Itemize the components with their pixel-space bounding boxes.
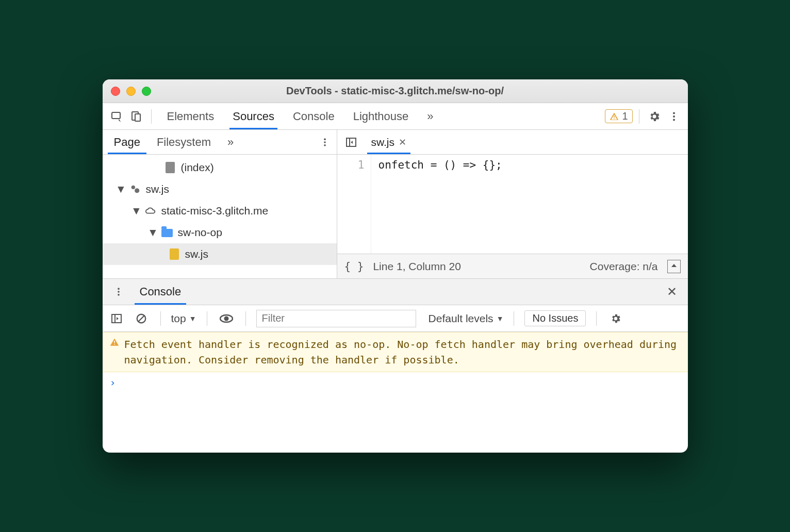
tab-sources[interactable]: Sources <box>223 103 284 129</box>
log-levels-selector[interactable]: Default levels ▼ <box>429 312 504 325</box>
chevron-down-icon: ▼ <box>497 314 504 323</box>
context-selector[interactable]: top ▼ <box>171 312 196 325</box>
warning-text: Fetch event handler is recognized as no-… <box>124 337 681 368</box>
subtab-filesystem[interactable]: Filesystem <box>149 130 219 154</box>
drawer-tab-console[interactable]: Console <box>135 279 187 305</box>
code-editor-pane: 1 onfetch = () => {}; { } Line 1, Column… <box>337 155 688 278</box>
minimize-window-button[interactable] <box>126 87 136 96</box>
expand-editor-icon[interactable] <box>667 260 681 273</box>
file-tree[interactable]: (index) ▼ sw.js ▼ static-misc-3.glitch.m… <box>103 155 337 278</box>
svg-point-14 <box>135 188 139 193</box>
close-tab-icon[interactable]: ✕ <box>399 137 406 148</box>
sources-subpanel: Page Filesystem » sw.js ✕ <box>103 130 688 155</box>
svg-point-7 <box>672 119 674 121</box>
svg-line-21 <box>138 315 144 321</box>
chevron-down-icon: ▼ <box>189 314 196 323</box>
pretty-print-icon[interactable]: { } <box>344 260 364 273</box>
panel-tabs: Elements Sources Console Lighthouse » <box>158 103 443 129</box>
svg-rect-3 <box>614 115 615 118</box>
gears-icon <box>129 184 141 195</box>
main-toolbar: Elements Sources Console Lighthouse » 1 <box>103 103 688 130</box>
console-body: Fetch event handler is recognized as no-… <box>103 332 688 453</box>
line-number: 1 <box>337 159 365 171</box>
svg-point-13 <box>131 186 135 189</box>
tree-label: sw-no-op <box>178 226 222 239</box>
divider <box>151 109 152 124</box>
svg-point-6 <box>672 115 674 117</box>
code-editor[interactable]: 1 onfetch = () => {}; <box>337 155 688 254</box>
close-drawer-icon[interactable]: ✕ <box>663 283 681 301</box>
svg-rect-4 <box>614 118 615 119</box>
console-settings-icon[interactable] <box>607 310 624 327</box>
svg-point-5 <box>672 112 674 114</box>
more-menu-icon[interactable] <box>665 108 683 125</box>
editor-tabs: sw.js ✕ <box>337 130 688 154</box>
file-tab-swjs[interactable]: sw.js ✕ <box>367 130 411 154</box>
devtools-window: DevTools - static-misc-3.glitch.me/sw-no… <box>103 79 688 453</box>
navigator-menu-icon[interactable] <box>316 134 334 151</box>
prompt-caret-icon: › <box>110 376 116 389</box>
inspect-element-icon[interactable] <box>108 108 125 125</box>
svg-point-8 <box>324 138 326 140</box>
window-controls <box>103 87 151 96</box>
more-tabs-icon[interactable]: » <box>418 103 442 129</box>
warning-count: 1 <box>622 110 628 122</box>
context-label: top <box>171 312 186 325</box>
tree-item-index[interactable]: (index) <box>103 157 337 178</box>
svg-point-16 <box>118 291 120 293</box>
warning-badge[interactable]: 1 <box>605 109 632 123</box>
chevron-down-icon[interactable]: ▼ <box>118 183 124 195</box>
tree-item-serviceworker[interactable]: ▼ sw.js <box>103 178 337 200</box>
live-expression-icon[interactable] <box>218 310 235 327</box>
levels-label: Default levels <box>429 312 493 325</box>
chevron-down-icon[interactable]: ▼ <box>150 226 156 239</box>
divider <box>639 109 639 124</box>
tree-label: (index) <box>181 161 214 174</box>
divider <box>245 311 246 326</box>
toggle-navigator-icon[interactable] <box>342 134 360 151</box>
divider <box>207 311 207 326</box>
svg-point-23 <box>224 316 228 321</box>
document-icon <box>164 162 176 173</box>
window-title: DevTools - static-misc-3.glitch.me/sw-no… <box>103 85 688 97</box>
issues-button[interactable]: No Issues <box>524 310 586 326</box>
tree-label: sw.js <box>185 248 209 260</box>
js-file-icon <box>169 248 180 260</box>
warning-triangle-icon <box>110 338 119 368</box>
sources-split: (index) ▼ sw.js ▼ static-misc-3.glitch.m… <box>103 155 688 278</box>
divider <box>596 311 597 326</box>
code-line: onfetch = () => {}; <box>378 159 502 171</box>
clear-console-icon[interactable] <box>133 310 150 327</box>
svg-rect-2 <box>135 114 140 121</box>
filter-input[interactable] <box>256 310 416 327</box>
warning-triangle-icon <box>610 112 619 121</box>
divider <box>514 311 514 326</box>
console-prompt[interactable]: › <box>103 372 688 393</box>
chevron-down-icon[interactable]: ▼ <box>134 205 140 217</box>
tab-lighthouse[interactable]: Lighthouse <box>344 103 418 129</box>
tree-item-domain[interactable]: ▼ static-misc-3.glitch.me <box>103 200 337 222</box>
cursor-position: Line 1, Column 20 <box>373 260 460 273</box>
tree-item-folder[interactable]: ▼ sw-no-op <box>103 222 337 243</box>
file-tab-label: sw.js <box>371 136 395 148</box>
close-window-button[interactable] <box>111 87 120 96</box>
tree-item-file-swjs[interactable]: sw.js <box>103 243 337 265</box>
svg-point-15 <box>118 288 120 290</box>
maximize-window-button[interactable] <box>142 87 151 96</box>
editor-statusbar: { } Line 1, Column 20 Coverage: n/a <box>337 254 688 278</box>
svg-rect-0 <box>112 112 120 119</box>
drawer-menu-icon[interactable] <box>110 283 127 301</box>
svg-rect-24 <box>114 341 115 343</box>
tab-console[interactable]: Console <box>284 103 344 129</box>
console-warning-message[interactable]: Fetch event handler is recognized as no-… <box>103 332 688 372</box>
subtab-page[interactable]: Page <box>106 130 149 154</box>
more-subtabs-icon[interactable]: » <box>219 130 242 154</box>
settings-gear-icon[interactable] <box>646 108 663 125</box>
navigator-tabs: Page Filesystem » <box>103 130 337 154</box>
toggle-console-sidebar-icon[interactable] <box>108 310 125 327</box>
device-toggle-icon[interactable] <box>127 108 145 125</box>
drawer-header: Console ✕ <box>103 278 688 305</box>
tab-elements[interactable]: Elements <box>158 103 224 129</box>
code-content[interactable]: onfetch = () => {}; <box>371 155 502 254</box>
tree-label: sw.js <box>146 183 170 195</box>
